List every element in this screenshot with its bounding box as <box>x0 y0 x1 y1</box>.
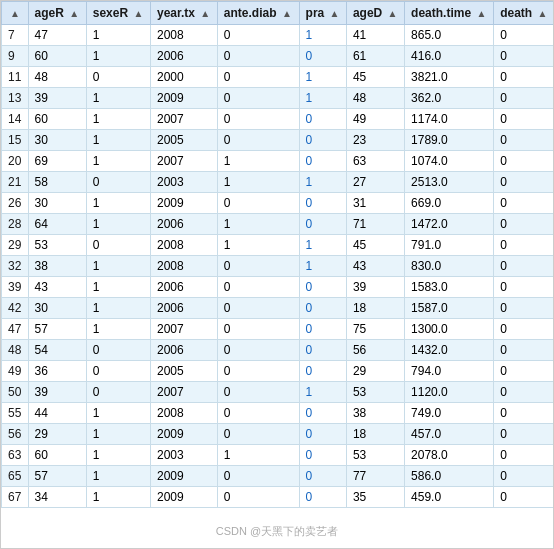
cell-ageD: 53 <box>346 445 404 466</box>
cell-sexeR: 1 <box>86 403 150 424</box>
table-row: 5629120090018457.00 <box>2 424 555 445</box>
cell-rownum: 14 <box>2 109 29 130</box>
cell-year_tx: 2008 <box>150 25 217 46</box>
cell-rownum: 21 <box>2 172 29 193</box>
cell-pra: 0 <box>299 361 346 382</box>
cell-death_time: 1120.0 <box>405 382 494 403</box>
cell-rownum: 63 <box>2 445 29 466</box>
cell-sexeR: 1 <box>86 424 150 445</box>
cell-death: 0 <box>494 277 554 298</box>
cell-pra: 1 <box>299 25 346 46</box>
table-row: 42301200600181587.00 <box>2 298 555 319</box>
cell-death_time: 1074.0 <box>405 151 494 172</box>
cell-death: 0 <box>494 151 554 172</box>
cell-ageD: 45 <box>346 235 404 256</box>
col-header-pra[interactable]: pra ▲ <box>299 2 346 25</box>
cell-ageR: 43 <box>28 277 86 298</box>
cell-ante_diab: 0 <box>217 298 299 319</box>
cell-year_tx: 2008 <box>150 256 217 277</box>
cell-ante_diab: 0 <box>217 319 299 340</box>
cell-death: 0 <box>494 130 554 151</box>
table-row: 5544120080038749.00 <box>2 403 555 424</box>
cell-ante_diab: 0 <box>217 130 299 151</box>
cell-sexeR: 1 <box>86 46 150 67</box>
col-header-death[interactable]: death ▲ <box>494 2 554 25</box>
cell-death: 0 <box>494 361 554 382</box>
cell-pra: 0 <box>299 424 346 445</box>
cell-death_time: 459.0 <box>405 487 494 508</box>
cell-year_tx: 2007 <box>150 319 217 340</box>
table-row: 2630120090031669.00 <box>2 193 555 214</box>
cell-sexeR: 0 <box>86 361 150 382</box>
cell-ageD: 53 <box>346 382 404 403</box>
cell-ageD: 56 <box>346 340 404 361</box>
cell-year_tx: 2005 <box>150 130 217 151</box>
cell-rownum: 15 <box>2 130 29 151</box>
cell-pra: 1 <box>299 172 346 193</box>
cell-ageD: 27 <box>346 172 404 193</box>
cell-year_tx: 2007 <box>150 109 217 130</box>
cell-ante_diab: 0 <box>217 109 299 130</box>
col-header-ante-diab[interactable]: ante.diab ▲ <box>217 2 299 25</box>
cell-death: 0 <box>494 235 554 256</box>
cell-pra: 0 <box>299 298 346 319</box>
table-row: 2953020081145791.00 <box>2 235 555 256</box>
cell-pra: 0 <box>299 130 346 151</box>
table-row: 20691200710631074.00 <box>2 151 555 172</box>
table-row: 15301200500231789.00 <box>2 130 555 151</box>
col-header-sexeR[interactable]: sexeR ▲ <box>86 2 150 25</box>
cell-death: 0 <box>494 214 554 235</box>
table-row: 63601200310532078.00 <box>2 445 555 466</box>
table-row: 3238120080143830.00 <box>2 256 555 277</box>
cell-rownum: 28 <box>2 214 29 235</box>
cell-year_tx: 2007 <box>150 151 217 172</box>
sort-icon-sexeR: ▲ <box>133 8 143 19</box>
table-row: 48540200600561432.00 <box>2 340 555 361</box>
cell-sexeR: 0 <box>86 382 150 403</box>
cell-death_time: 586.0 <box>405 466 494 487</box>
cell-rownum: 67 <box>2 487 29 508</box>
cell-year_tx: 2009 <box>150 88 217 109</box>
cell-rownum: 49 <box>2 361 29 382</box>
cell-sexeR: 0 <box>86 340 150 361</box>
cell-ageR: 69 <box>28 151 86 172</box>
col-header-death-time[interactable]: death.time ▲ <box>405 2 494 25</box>
cell-death_time: 1587.0 <box>405 298 494 319</box>
table-row: 50390200701531120.00 <box>2 382 555 403</box>
cell-death: 0 <box>494 172 554 193</box>
data-table: ▲ ageR ▲ sexeR ▲ year.tx ▲ ante.diab ▲ p… <box>1 1 554 508</box>
cell-ageR: 60 <box>28 445 86 466</box>
cell-year_tx: 2000 <box>150 67 217 88</box>
col-header-ageD[interactable]: ageD ▲ <box>346 2 404 25</box>
sort-icon-death-time: ▲ <box>476 8 486 19</box>
col-header-year-tx[interactable]: year.tx ▲ <box>150 2 217 25</box>
table-row: 1339120090148362.00 <box>2 88 555 109</box>
cell-pra: 1 <box>299 256 346 277</box>
table-row: 6557120090077586.00 <box>2 466 555 487</box>
cell-death: 0 <box>494 298 554 319</box>
cell-ante_diab: 1 <box>217 235 299 256</box>
cell-ageR: 60 <box>28 46 86 67</box>
col-header-ageR[interactable]: ageR ▲ <box>28 2 86 25</box>
cell-sexeR: 1 <box>86 256 150 277</box>
cell-pra: 0 <box>299 403 346 424</box>
sort-icon-ante-diab: ▲ <box>282 8 292 19</box>
cell-sexeR: 1 <box>86 88 150 109</box>
cell-death_time: 2078.0 <box>405 445 494 466</box>
cell-year_tx: 2008 <box>150 235 217 256</box>
col-header-rownum[interactable]: ▲ <box>2 2 29 25</box>
cell-rownum: 56 <box>2 424 29 445</box>
cell-ante_diab: 0 <box>217 193 299 214</box>
data-table-container[interactable]: ▲ ageR ▲ sexeR ▲ year.tx ▲ ante.diab ▲ p… <box>0 0 554 549</box>
cell-ante_diab: 0 <box>217 277 299 298</box>
cell-pra: 0 <box>299 277 346 298</box>
cell-rownum: 39 <box>2 277 29 298</box>
cell-year_tx: 2006 <box>150 298 217 319</box>
cell-pra: 0 <box>299 340 346 361</box>
cell-ageR: 29 <box>28 424 86 445</box>
cell-sexeR: 1 <box>86 193 150 214</box>
cell-death: 0 <box>494 466 554 487</box>
cell-death: 0 <box>494 193 554 214</box>
cell-death: 0 <box>494 46 554 67</box>
cell-year_tx: 2009 <box>150 487 217 508</box>
